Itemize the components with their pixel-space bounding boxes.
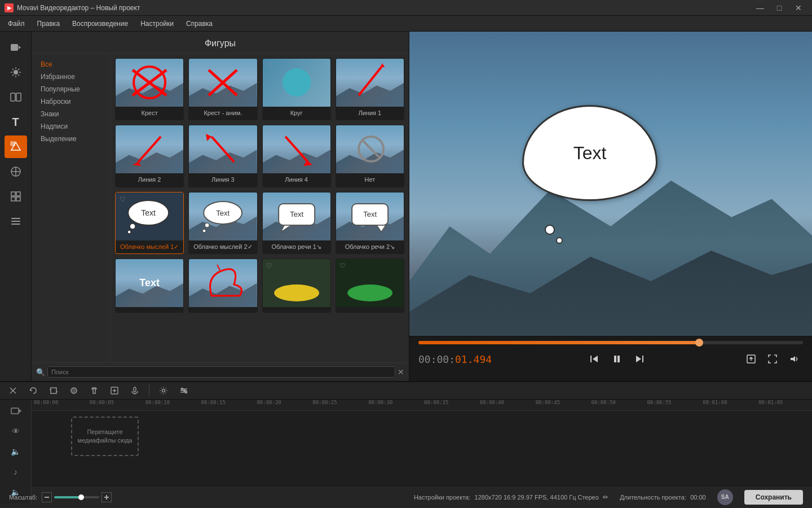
heart-circle[interactable]: ♡: [265, 61, 274, 70]
search-input[interactable]: [47, 366, 395, 378]
skip-back-button[interactable]: [585, 350, 603, 368]
shape-line4-label: Линия 4: [263, 173, 330, 186]
preview-canvas: Text: [409, 32, 812, 336]
tl-video-track-icon[interactable]: [7, 402, 25, 420]
heart-line3[interactable]: ♡: [191, 128, 200, 137]
heart-thought1[interactable]: ♡: [118, 195, 127, 204]
scale-thumb[interactable]: [78, 494, 84, 500]
heart-line1[interactable]: ♡: [338, 61, 347, 70]
tl-color-button[interactable]: [65, 382, 82, 399]
minimize-button[interactable]: —: [751, 1, 769, 15]
progress-thumb[interactable]: [695, 339, 703, 347]
tl-mute-button[interactable]: 🔈: [7, 443, 25, 461]
category-signs[interactable]: Знаки: [38, 109, 103, 119]
scale-decrease-button[interactable]: [42, 492, 52, 502]
fullscreen-button[interactable]: [764, 350, 782, 368]
heart-fig4[interactable]: ♡: [338, 261, 347, 270]
shape-line4[interactable]: ♡ Линия 4: [262, 125, 331, 187]
menu-playback[interactable]: Воспроизведение: [67, 17, 134, 30]
tl-insert-button[interactable]: [106, 382, 123, 399]
tool-shapes[interactable]: [5, 135, 27, 158]
heart-speech1[interactable]: ♡: [265, 195, 274, 204]
search-clear-button[interactable]: ✕: [398, 367, 404, 376]
ruler-tick: 00:00:00: [34, 400, 58, 405]
bubble-dot-small: [556, 237, 563, 244]
category-all[interactable]: Все: [38, 59, 103, 69]
tl-undo-button[interactable]: [25, 382, 42, 399]
shape-none[interactable]: ♡ Нет: [336, 125, 404, 187]
project-settings-group: Настройки проекта: 1280x720 16:9 29.97 F…: [414, 493, 608, 501]
tool-effects[interactable]: [5, 61, 27, 84]
shape-line3[interactable]: ♡ Линия 3: [188, 125, 257, 187]
shape-fig3[interactable]: ♡: [262, 259, 331, 313]
tl-delete-button[interactable]: [86, 382, 103, 399]
shape-speech1[interactable]: Text ♡ Облачко речи 1↘: [262, 192, 331, 254]
heart-speech2[interactable]: ♡: [338, 195, 347, 204]
maximize-button[interactable]: □: [770, 1, 788, 15]
shape-circle[interactable]: ♡ Круг: [262, 58, 331, 120]
category-sketches[interactable]: Наброски: [38, 97, 103, 107]
project-settings-edit-button[interactable]: ✏: [603, 493, 608, 501]
shape-fig4[interactable]: ♡: [336, 259, 404, 313]
tool-more[interactable]: [5, 210, 27, 233]
tl-audio-button[interactable]: [126, 382, 143, 399]
svg-marker-26: [133, 162, 141, 166]
svg-line-32: [363, 141, 379, 157]
close-button[interactable]: ✕: [789, 1, 807, 15]
category-popular[interactable]: Популярные: [38, 84, 103, 94]
shapes-grid-wrap[interactable]: ♡ Крест ♡: [111, 54, 409, 362]
category-favorites[interactable]: Избранное: [38, 72, 103, 82]
project-settings-value: 1280x720 16:9 29.97 FPS, 44100 Гц Стерео: [475, 494, 599, 501]
shape-line2[interactable]: ♡ Линия 2: [115, 125, 184, 187]
shape-line1[interactable]: ♡ Линия 1: [336, 58, 404, 120]
heart-line4[interactable]: ♡: [265, 128, 274, 137]
drop-zone[interactable]: Перетащите медиафайлы сюда: [71, 417, 139, 456]
center-playback-buttons: [585, 350, 648, 368]
category-selection[interactable]: Выделение: [38, 134, 103, 144]
shape-speech2[interactable]: Text ♡ Облачко речи 2↘: [336, 192, 404, 254]
heart-line2[interactable]: ♡: [118, 128, 127, 137]
menu-settings[interactable]: Настройки: [135, 17, 179, 30]
shape-thought1[interactable]: Text ♡ Облачко мыслей 1✓: [115, 192, 184, 254]
tool-transitions[interactable]: [5, 86, 27, 108]
heart-text1[interactable]: ♡: [118, 261, 127, 270]
svg-rect-66: [134, 387, 136, 392]
app-icon: ▶: [5, 3, 14, 12]
heart-cross[interactable]: ♡: [118, 61, 127, 70]
tl-audio-track-icon[interactable]: ♪: [7, 463, 25, 481]
menu-file[interactable]: Файл: [2, 17, 30, 30]
tool-filters[interactable]: [5, 185, 27, 208]
shape-cross-anim[interactable]: ♡ Крест - аним.: [188, 58, 257, 120]
playback-row: 00:00:01.494: [418, 350, 803, 368]
svg-line-48: [217, 265, 220, 270]
pause-button[interactable]: [608, 350, 626, 368]
tl-cut-button[interactable]: [5, 382, 21, 399]
tool-stickers[interactable]: [5, 160, 27, 183]
menu-edit[interactable]: Правка: [32, 17, 66, 30]
tool-video[interactable]: [5, 36, 27, 59]
export-button[interactable]: [742, 350, 760, 368]
tl-settings-button[interactable]: [155, 382, 172, 399]
tl-crop-button[interactable]: [45, 382, 62, 399]
progress-bar[interactable]: [418, 341, 803, 344]
skip-forward-button[interactable]: [630, 350, 648, 368]
tl-hide-button[interactable]: 👁: [7, 422, 25, 440]
save-button[interactable]: Сохранить: [744, 490, 803, 505]
ruler-tick: 00:00:05: [90, 400, 114, 405]
heart-thought2[interactable]: ♡: [191, 195, 200, 204]
volume-button[interactable]: [785, 350, 803, 368]
heart-cross-anim[interactable]: ♡: [191, 61, 200, 70]
shape-thought2[interactable]: Text ♡ Облачко мыслей 2✓: [188, 192, 257, 254]
scale-increase-button[interactable]: [102, 492, 112, 502]
shape-cross[interactable]: ♡ Крест: [115, 58, 184, 120]
tool-titles[interactable]: T: [5, 111, 27, 133]
svg-rect-59: [51, 388, 56, 393]
shape-fig2[interactable]: ♡: [188, 259, 257, 313]
heart-fig2[interactable]: ♡: [191, 261, 200, 270]
shape-text1[interactable]: Text ♡: [115, 259, 184, 313]
heart-fig3[interactable]: ♡: [265, 261, 274, 270]
category-captions[interactable]: Надписи: [38, 121, 103, 132]
menu-help[interactable]: Справка: [180, 17, 218, 30]
heart-none[interactable]: ♡: [338, 128, 347, 137]
tl-eq-button[interactable]: [175, 382, 192, 399]
